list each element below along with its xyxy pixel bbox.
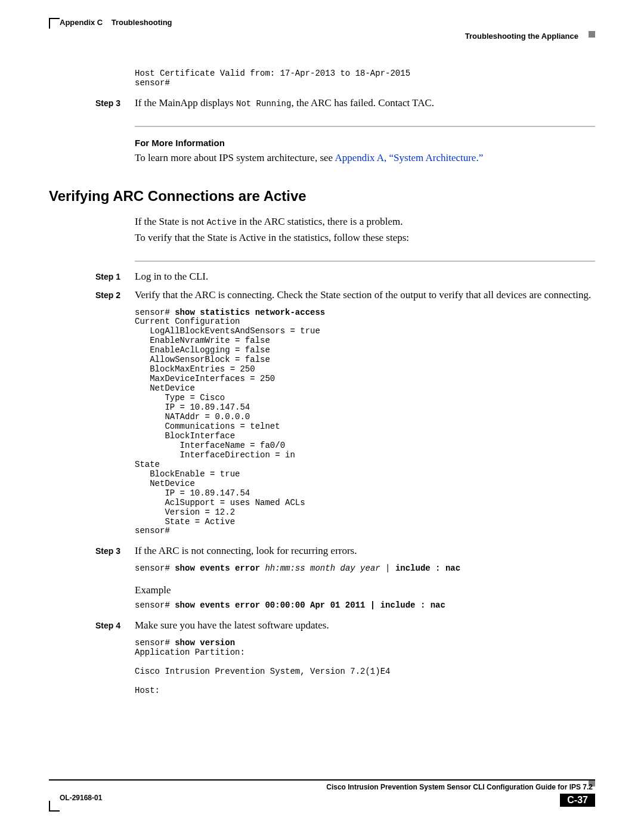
- crop-mark-bottom-left: [49, 801, 60, 812]
- step-text: Log in to the CLI.: [135, 270, 595, 284]
- step-row: Step 2 Verify that the ARC is connecting…: [49, 289, 595, 302]
- step-row: Step 3 If the MainApp displays Not Runni…: [49, 97, 595, 110]
- step-row: Step 4 Make sure you have the latest sof…: [49, 619, 595, 633]
- running-header: Appendix C Troubleshooting Troubleshooti…: [49, 18, 595, 41]
- inline-code: Active: [206, 218, 236, 227]
- section-title: Troubleshooting the Appliance: [49, 32, 595, 41]
- step-label: Step 3: [49, 98, 135, 108]
- step-text: Make sure you have the latest software u…: [135, 619, 595, 633]
- code-block: sensor# show events error 00:00:00 Apr 0…: [135, 601, 595, 611]
- running-footer: Cisco Intrusion Prevention System Sensor…: [49, 779, 595, 807]
- code-block: sensor# show statistics network-access C…: [135, 308, 595, 537]
- document-number: OL-29168-01: [60, 794, 102, 802]
- example-label: Example: [135, 584, 595, 596]
- step-row: Step 3 If the ARC is not connecting, loo…: [49, 544, 595, 558]
- code-block: sensor# show version Application Partiti…: [135, 639, 595, 696]
- paragraph: If the State is not Active in the ARC st…: [135, 215, 595, 229]
- step-label: Step 3: [49, 546, 135, 556]
- step-row: Step 1 Log in to the CLI.: [49, 270, 595, 284]
- paragraph: To learn more about IPS system architect…: [135, 151, 595, 165]
- step-text: Verify that the ARC is connecting. Check…: [135, 289, 595, 302]
- step-text: If the ARC is not connecting, look for r…: [135, 544, 595, 558]
- divider: [135, 261, 595, 262]
- margin-marker-icon: [589, 31, 595, 38]
- page-number: C-37: [560, 794, 595, 807]
- step-text: If the MainApp displays Not Running, the…: [135, 97, 595, 110]
- appendix-label: Appendix C: [60, 18, 103, 27]
- step-label: Step 1: [49, 272, 135, 281]
- paragraph: To verify that the State is Active in th…: [135, 231, 595, 245]
- step-label: Step 4: [49, 621, 135, 630]
- subheading: For More Information: [135, 138, 595, 148]
- footer-rule: [49, 779, 595, 781]
- guide-title: Cisco Intrusion Prevention System Sensor…: [49, 783, 595, 791]
- heading-2: Verifying ARC Connections are Active: [49, 188, 595, 205]
- divider: [135, 126, 595, 127]
- step-label: Step 2: [49, 290, 135, 300]
- code-block: sensor# show events error hh:mm:ss month…: [135, 564, 595, 574]
- cross-reference-link[interactable]: Appendix A, “System Architecture.”: [335, 152, 483, 163]
- inline-code: Not Running: [236, 99, 291, 109]
- chapter-title: Troubleshooting: [112, 18, 172, 27]
- code-block: Host Certificate Valid from: 17-Apr-2013…: [135, 69, 595, 88]
